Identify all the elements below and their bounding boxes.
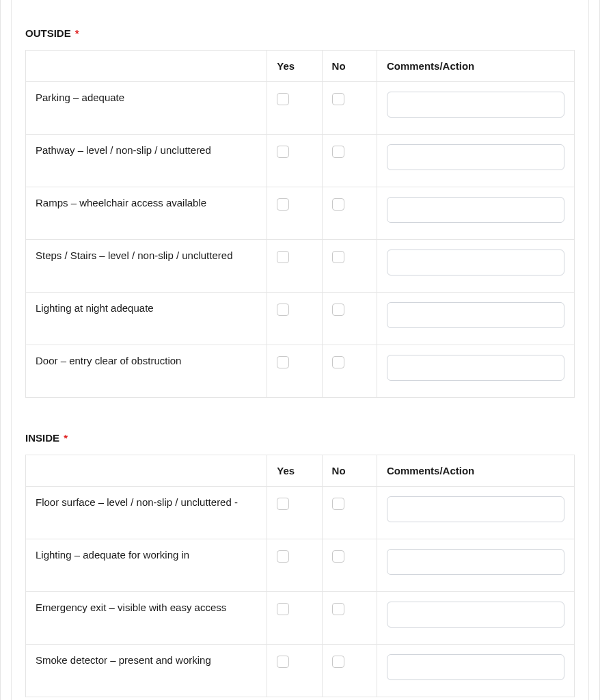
checkbox-no[interactable] bbox=[332, 550, 344, 563]
checkbox-no[interactable] bbox=[332, 146, 344, 158]
checkbox-yes[interactable] bbox=[277, 356, 289, 368]
checkbox-no[interactable] bbox=[332, 93, 344, 105]
row-label: Ramps – wheelchair access available bbox=[36, 197, 206, 208]
table-row: Smoke detector – present and working bbox=[26, 645, 575, 697]
table-row: Parking – adequate bbox=[26, 82, 575, 135]
row-label: Parking – adequate bbox=[36, 92, 124, 103]
comment-input[interactable] bbox=[387, 654, 564, 680]
header-item bbox=[26, 51, 267, 82]
row-label: Lighting at night adequate bbox=[36, 302, 154, 314]
checkbox-no[interactable] bbox=[332, 656, 344, 668]
header-no: No bbox=[322, 51, 377, 82]
checkbox-yes[interactable] bbox=[277, 498, 289, 510]
table-row: Lighting at night adequate bbox=[26, 293, 575, 345]
required-marker: * bbox=[75, 27, 79, 39]
section-outside: OUTSIDE * Yes No Comments/Action Parking… bbox=[25, 27, 575, 398]
checkbox-no[interactable] bbox=[332, 251, 344, 263]
row-label: Floor surface – level / non-slip / unclu… bbox=[36, 496, 238, 508]
row-label: Pathway – level / non-slip / uncluttered bbox=[36, 144, 211, 156]
section-inside: INSIDE * Yes No Comments/Action Floor su… bbox=[25, 432, 575, 697]
header-comments: Comments/Action bbox=[377, 455, 574, 487]
inside-table: Yes No Comments/Action Floor surface – l… bbox=[25, 455, 575, 697]
outside-table: Yes No Comments/Action Parking – adequat… bbox=[25, 50, 575, 398]
checkbox-yes[interactable] bbox=[277, 93, 289, 105]
table-row: Floor surface – level / non-slip / unclu… bbox=[26, 487, 575, 539]
checkbox-no[interactable] bbox=[332, 356, 344, 368]
required-marker: * bbox=[64, 432, 68, 444]
comment-input[interactable] bbox=[387, 197, 564, 223]
checkbox-yes[interactable] bbox=[277, 304, 289, 316]
checkbox-no[interactable] bbox=[332, 304, 344, 316]
row-label: Emergency exit – visible with easy acces… bbox=[36, 602, 226, 613]
table-row: Pathway – level / non-slip / uncluttered bbox=[26, 135, 575, 187]
header-comments: Comments/Action bbox=[377, 51, 574, 82]
checkbox-yes[interactable] bbox=[277, 603, 289, 615]
header-yes: Yes bbox=[267, 455, 322, 487]
section-title-inside: INSIDE * bbox=[25, 432, 575, 444]
checkbox-yes[interactable] bbox=[277, 550, 289, 563]
section-title-text: OUTSIDE bbox=[25, 27, 71, 39]
comment-input[interactable] bbox=[387, 144, 564, 170]
comment-input[interactable] bbox=[387, 602, 564, 628]
row-label: Smoke detector – present and working bbox=[36, 654, 211, 666]
row-label: Lighting – adequate for working in bbox=[36, 549, 189, 561]
header-item bbox=[26, 455, 267, 487]
table-row: Door – entry clear of obstruction bbox=[26, 345, 575, 398]
row-label: Steps / Stairs – level / non-slip / uncl… bbox=[36, 250, 232, 261]
table-row: Emergency exit – visible with easy acces… bbox=[26, 592, 575, 645]
section-title-text: INSIDE bbox=[25, 432, 59, 444]
checkbox-yes[interactable] bbox=[277, 198, 289, 211]
checkbox-yes[interactable] bbox=[277, 146, 289, 158]
comment-input[interactable] bbox=[387, 549, 564, 575]
table-row: Lighting – adequate for working in bbox=[26, 539, 575, 592]
checkbox-no[interactable] bbox=[332, 603, 344, 615]
comment-input[interactable] bbox=[387, 92, 564, 118]
comment-input[interactable] bbox=[387, 355, 564, 381]
checkbox-no[interactable] bbox=[332, 198, 344, 211]
comment-input[interactable] bbox=[387, 302, 564, 328]
row-label: Door – entry clear of obstruction bbox=[36, 355, 181, 366]
checkbox-yes[interactable] bbox=[277, 251, 289, 263]
table-row: Ramps – wheelchair access available bbox=[26, 187, 575, 240]
form-card: OUTSIDE * Yes No Comments/Action Parking… bbox=[11, 0, 589, 700]
checkbox-yes[interactable] bbox=[277, 656, 289, 668]
page-wrapper: OUTSIDE * Yes No Comments/Action Parking… bbox=[0, 0, 600, 700]
comment-input[interactable] bbox=[387, 250, 564, 275]
table-row: Steps / Stairs – level / non-slip / uncl… bbox=[26, 240, 575, 293]
header-yes: Yes bbox=[267, 51, 322, 82]
header-no: No bbox=[322, 455, 377, 487]
comment-input[interactable] bbox=[387, 496, 564, 522]
checkbox-no[interactable] bbox=[332, 498, 344, 510]
section-title-outside: OUTSIDE * bbox=[25, 27, 575, 39]
